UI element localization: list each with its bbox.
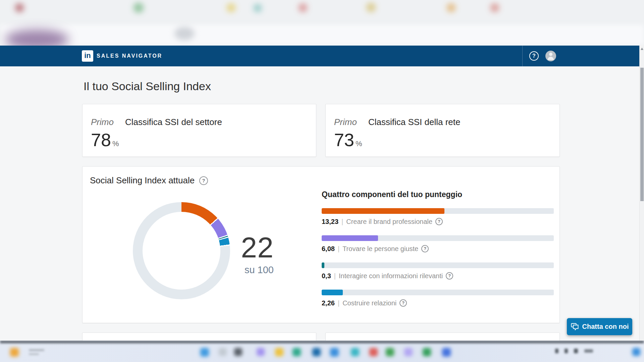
component-label: Costruire relazioni bbox=[342, 298, 396, 308]
taskbar-icon[interactable] bbox=[312, 348, 321, 356]
rank-label: Primo bbox=[91, 117, 114, 127]
tab-favicon-blurred bbox=[447, 3, 455, 12]
help-icon[interactable]: ? bbox=[421, 245, 429, 252]
score-components: Quattro componenti del tuo punteggio 13,… bbox=[322, 189, 554, 317]
component-score: 2,26 bbox=[322, 298, 335, 308]
industry-ssi-rank-card: Primo Classifica SSI del settore 78 % bbox=[82, 104, 316, 157]
component-score: 6,08 bbox=[322, 244, 335, 253]
help-icon[interactable]: ? bbox=[529, 51, 539, 61]
ssi-card-title: Social Selling Index attuale bbox=[90, 175, 195, 186]
component-bar-track bbox=[322, 208, 554, 214]
header-divider bbox=[522, 46, 523, 66]
taskbar-icon[interactable] bbox=[404, 348, 413, 356]
rank-label: Primo bbox=[334, 117, 357, 127]
component-bar-fill bbox=[322, 290, 343, 295]
component-professional-brand: 13,23 | Creare il brand professionale ? bbox=[322, 208, 554, 226]
help-icon[interactable]: ? bbox=[399, 299, 407, 307]
chat-with-us-button[interactable]: Chatta con noi bbox=[567, 318, 632, 335]
percent-sign: % bbox=[356, 139, 362, 148]
components-heading: Quattro componenti del tuo punteggio bbox=[322, 189, 554, 199]
page-title: Il tuo Social Selling Index bbox=[84, 80, 211, 93]
rank-percentile-value: 73 bbox=[334, 131, 354, 149]
scrollbar[interactable] bbox=[639, 46, 644, 362]
tab-favicon-blurred bbox=[133, 3, 144, 13]
help-icon[interactable]: ? bbox=[199, 176, 208, 185]
tab-favicon-blurred bbox=[254, 4, 262, 12]
component-score: 13,23 bbox=[322, 217, 338, 226]
taskbar-icon[interactable] bbox=[386, 348, 394, 356]
component-find-right-people: 6,08 | Trovare le persone giuste ? bbox=[322, 235, 554, 253]
tab-favicon-blurred bbox=[299, 3, 307, 12]
component-bar-fill bbox=[322, 262, 324, 268]
help-icon[interactable]: ? bbox=[446, 272, 453, 280]
component-bar-track bbox=[322, 290, 554, 295]
tab-favicon-blurred bbox=[227, 3, 235, 12]
component-label: Interagire con informazioni rilevanti bbox=[339, 271, 443, 281]
current-ssi-card: Social Selling Index attuale ? 22 su 100… bbox=[82, 166, 560, 323]
ssi-score: 22 su 100 bbox=[217, 233, 274, 276]
separator: | bbox=[338, 244, 339, 253]
scrollbar-up-arrow[interactable] bbox=[641, 48, 643, 50]
separator: | bbox=[338, 298, 339, 308]
component-label: Creare il brand professionale bbox=[346, 217, 432, 226]
component-score: 0,3 bbox=[322, 271, 331, 281]
taskbar-icon[interactable] bbox=[442, 348, 451, 357]
separator: | bbox=[341, 217, 343, 226]
taskbar-icon[interactable] bbox=[292, 348, 301, 356]
component-engage-insights: 0,3 | Interagire con informazioni rileva… bbox=[322, 262, 554, 281]
address-bar-blurred bbox=[0, 25, 644, 45]
taskbar-icon[interactable] bbox=[275, 348, 283, 356]
ssi-score-value: 22 bbox=[217, 233, 274, 262]
taskbar-blurred bbox=[0, 341, 644, 362]
chat-bubbles-icon bbox=[571, 323, 579, 330]
rank-card-title: Classifica SSI della rete bbox=[368, 117, 461, 127]
separator: | bbox=[334, 271, 336, 281]
sales-navigator-logo[interactable]: in SALES NAVIGATOR bbox=[82, 46, 162, 66]
rank-percentile-value: 78 bbox=[91, 131, 111, 149]
component-bar-track bbox=[322, 262, 554, 268]
taskbar-icon[interactable] bbox=[10, 348, 19, 357]
system-tray-icon[interactable] bbox=[565, 349, 568, 353]
taskbar-text-blurred bbox=[29, 349, 44, 351]
chat-button-label: Chatta con noi bbox=[582, 323, 629, 330]
avatar[interactable] bbox=[545, 51, 556, 61]
tab-favicon-blurred bbox=[366, 3, 376, 12]
help-icon[interactable]: ? bbox=[435, 218, 443, 225]
app-header: in SALES NAVIGATOR ? bbox=[0, 46, 639, 66]
taskbar-icon[interactable] bbox=[234, 348, 242, 356]
taskbar-icon[interactable] bbox=[330, 348, 339, 357]
screen: in SALES NAVIGATOR ? Il tuo Social Selli… bbox=[0, 0, 644, 362]
component-bar-track bbox=[322, 235, 554, 241]
tab-favicon-blurred bbox=[490, 3, 499, 12]
tab-favicon-blurred bbox=[15, 3, 24, 12]
percent-sign: % bbox=[112, 139, 119, 148]
taskbar-icon[interactable] bbox=[219, 348, 227, 356]
taskbar-icon[interactable] bbox=[369, 348, 378, 356]
component-build-relationships: 2,26 | Costruire relazioni ? bbox=[322, 290, 554, 308]
toolbar-icon-blurred bbox=[174, 27, 195, 40]
system-tray-icon[interactable] bbox=[555, 349, 558, 353]
network-ssi-rank-card: Primo Classifica SSI della rete 73 % bbox=[325, 104, 560, 157]
scrollbar-thumb[interactable] bbox=[640, 68, 644, 201]
taskbar-top-edge bbox=[0, 341, 644, 343]
browser-chrome-blurred bbox=[0, 0, 644, 46]
taskbar-icon[interactable] bbox=[632, 348, 640, 356]
taskbar-text-blurred bbox=[29, 353, 39, 355]
component-bar-fill bbox=[322, 208, 444, 214]
ssi-score-caption: su 100 bbox=[217, 264, 274, 276]
component-bar-fill bbox=[322, 235, 378, 241]
taskbar-icon[interactable] bbox=[257, 348, 265, 356]
brand-name: SALES NAVIGATOR bbox=[97, 53, 162, 59]
taskbar-icon[interactable] bbox=[200, 348, 209, 357]
rank-card-title: Classifica SSI del settore bbox=[125, 117, 222, 127]
system-tray-text-blurred bbox=[584, 349, 593, 353]
linkedin-logo-icon: in bbox=[82, 50, 93, 62]
ssi-donut bbox=[133, 202, 230, 299]
taskbar-icon[interactable] bbox=[423, 348, 431, 356]
taskbar-icon[interactable] bbox=[351, 348, 359, 356]
system-tray-icon[interactable] bbox=[574, 349, 578, 353]
component-label: Trovare le persone giuste bbox=[342, 244, 418, 253]
